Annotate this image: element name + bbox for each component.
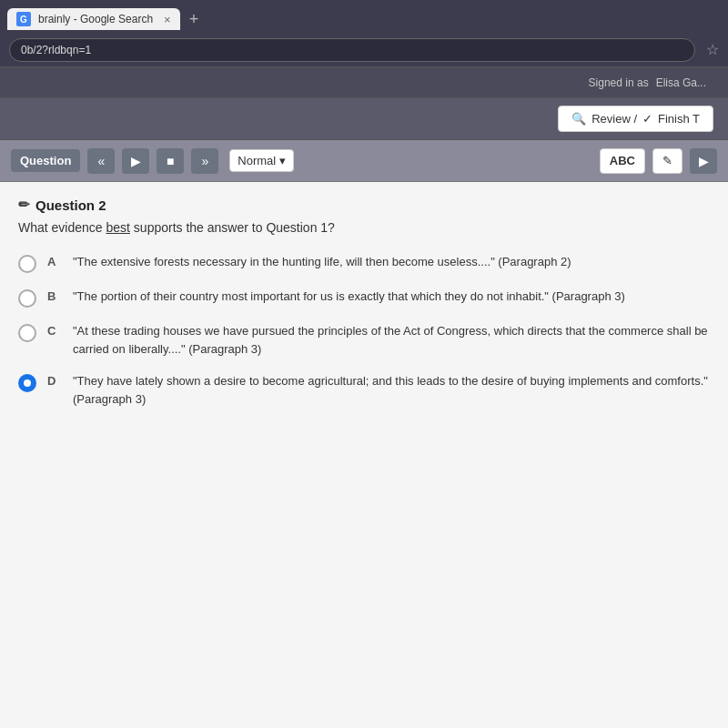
signed-in-label: Signed in as bbox=[589, 76, 649, 89]
option-b[interactable]: B "The portion of their country most imp… bbox=[18, 288, 710, 308]
browser-frame: G brainly - Google Search × + 0b/2?rldbq… bbox=[0, 0, 728, 728]
tab-title: brainly - Google Search bbox=[38, 13, 153, 25]
abc-button[interactable]: ABC bbox=[600, 148, 645, 174]
option-b-text: "The portion of their country most impor… bbox=[73, 288, 625, 306]
normal-dropdown[interactable]: Normal ▾ bbox=[229, 149, 294, 172]
option-c-label: C bbox=[47, 324, 62, 338]
toolbar-right-group: ABC ✎ ▶ bbox=[600, 148, 717, 174]
option-c-text: "At these trading houses we have pursued… bbox=[73, 322, 710, 358]
user-name: Elisa Ga... bbox=[656, 76, 706, 89]
option-a-label: A bbox=[47, 255, 62, 268]
edit-button[interactable]: ✎ bbox=[652, 148, 682, 174]
question-toolbar: Question « ▶ ■ » Normal ▾ ABC ✎ ▶ bbox=[0, 140, 728, 182]
option-d[interactable]: D "They have lately shown a desire to be… bbox=[18, 372, 710, 408]
option-d-label: D bbox=[47, 374, 62, 388]
url-text: 0b/2?rldbqn=1 bbox=[21, 44, 91, 56]
review-finish-button[interactable]: 🔍 Review / ✓ Finish T bbox=[558, 106, 713, 132]
question-title-text: Question 2 bbox=[35, 197, 106, 213]
question-title: ✏ Question 2 bbox=[18, 197, 710, 213]
option-c[interactable]: C "At these trading houses we have pursu… bbox=[18, 322, 710, 358]
dropdown-arrow-icon: ▾ bbox=[279, 154, 286, 167]
active-tab[interactable]: G brainly - Google Search × bbox=[7, 8, 180, 30]
underlined-word: best bbox=[106, 220, 130, 235]
site-header: Signed in as Elisa Ga... bbox=[0, 67, 728, 98]
radio-b[interactable] bbox=[18, 289, 36, 308]
checkmark-icon: ✓ bbox=[642, 112, 652, 126]
option-a[interactable]: A "The extensive forests necessary in th… bbox=[18, 253, 710, 273]
radio-a[interactable] bbox=[18, 255, 36, 273]
search-icon: 🔍 bbox=[571, 112, 586, 126]
question-prompt: What evidence best supports the answer t… bbox=[18, 220, 710, 235]
radio-d-inner bbox=[24, 379, 31, 387]
review-label: Review / bbox=[592, 112, 637, 126]
address-bar: 0b/2?rldbqn=1 ☆ bbox=[0, 33, 728, 67]
option-b-label: B bbox=[47, 289, 62, 303]
url-input[interactable]: 0b/2?rldbqn=1 bbox=[9, 38, 695, 62]
tab-favicon: G bbox=[16, 12, 31, 26]
question-toolbar-label: Question bbox=[11, 149, 80, 172]
bookmark-icon[interactable]: ☆ bbox=[706, 41, 719, 58]
radio-c[interactable] bbox=[18, 324, 36, 342]
tab-bar: G brainly - Google Search × + bbox=[0, 0, 728, 33]
finish-label: Finish T bbox=[658, 112, 700, 126]
rewind-button[interactable]: « bbox=[87, 148, 115, 174]
forward-button[interactable]: » bbox=[191, 148, 218, 174]
radio-d[interactable] bbox=[18, 374, 36, 392]
extra-button[interactable]: ▶ bbox=[690, 148, 717, 174]
option-d-text: "They have lately shown a desire to beco… bbox=[73, 372, 710, 408]
normal-label: Normal bbox=[238, 154, 276, 167]
pencil-icon: ✏ bbox=[18, 197, 30, 213]
content-area: ✏ Question 2 What evidence best supports… bbox=[0, 182, 728, 728]
new-tab-button[interactable]: + bbox=[184, 10, 205, 29]
option-a-text: "The extensive forests necessary in the … bbox=[73, 253, 571, 271]
tab-close-button[interactable]: × bbox=[164, 13, 171, 26]
review-bar: 🔍 Review / ✓ Finish T bbox=[0, 98, 728, 140]
play-button[interactable]: ▶ bbox=[122, 148, 149, 174]
stop-button[interactable]: ■ bbox=[157, 148, 184, 174]
